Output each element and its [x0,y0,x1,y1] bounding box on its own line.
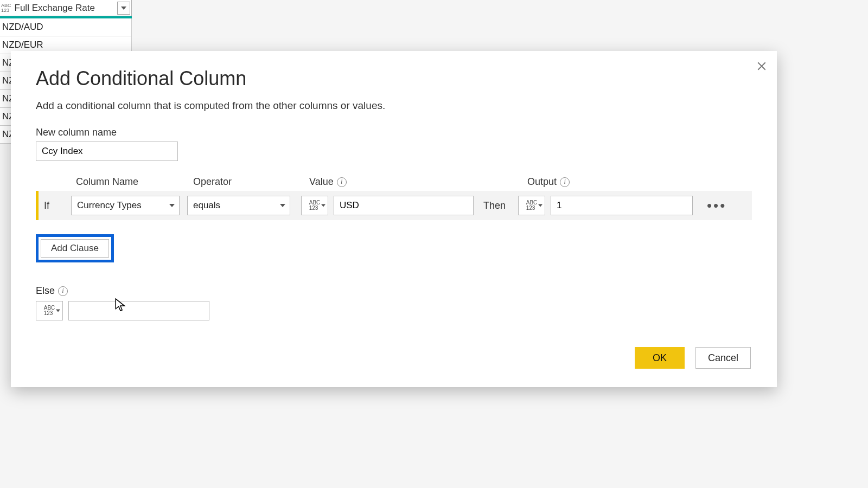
value-type-picker[interactable]: ABC123 [301,196,328,215]
value-input[interactable] [334,196,474,215]
datatype-icon: ABC123 [309,200,321,211]
datatype-icon: ABC123 [44,305,55,316]
datatype-icon: ABC123 [526,200,538,211]
chevron-down-icon [321,204,326,207]
cancel-button[interactable]: Cancel [695,347,751,369]
then-label: Then [483,200,518,211]
else-type-picker[interactable]: ABC123 [36,301,63,320]
clause-headers: Column Name Operator Value i Output i [36,176,752,188]
chevron-down-icon [121,7,126,10]
close-icon [757,61,767,71]
clause-row: If Currency Types equals ABC123 Then ABC… [36,191,752,220]
chevron-down-icon [169,204,175,207]
dialog-title: Add Conditional Column [36,67,752,90]
ok-button[interactable]: OK [635,347,685,369]
info-icon[interactable]: i [58,286,68,296]
header-column-name: Column Name [76,176,193,188]
info-icon[interactable]: i [560,177,570,187]
table-row[interactable]: NZD/AUD [0,18,132,36]
column-header[interactable]: ABC123 Full Exchange Rate [0,0,132,16]
clause-more-button[interactable]: ••• [707,197,726,214]
add-conditional-column-dialog: Add Conditional Column Add a conditional… [11,51,777,387]
datatype-icon: ABC123 [1,3,11,13]
else-input[interactable] [68,301,209,320]
dialog-description: Add a conditional column that is compute… [36,100,752,112]
header-output: Output i [527,176,706,188]
info-icon[interactable]: i [337,177,347,187]
close-button[interactable] [754,59,769,74]
new-column-name-label: New column name [36,127,752,138]
operator-dropdown[interactable]: equals [187,196,290,215]
if-label: If [39,200,71,211]
chevron-down-icon [538,204,542,207]
column-header-label: Full Exchange Rate [15,3,117,14]
output-type-picker[interactable]: ABC123 [518,196,545,215]
chevron-down-icon [280,204,285,207]
new-column-name-input[interactable] [36,142,178,161]
output-input[interactable] [551,196,693,215]
else-label: Else [36,285,55,297]
header-value: Value i [309,176,527,188]
add-clause-button[interactable]: Add Clause [41,239,109,258]
add-clause-highlight: Add Clause [36,234,114,262]
column-name-dropdown[interactable]: Currency Types [71,196,180,215]
column-filter-button[interactable] [117,2,130,15]
header-operator: Operator [193,176,309,188]
operator-value: equals [193,200,220,211]
chevron-down-icon [56,310,60,312]
column-name-value: Currency Types [77,200,142,211]
